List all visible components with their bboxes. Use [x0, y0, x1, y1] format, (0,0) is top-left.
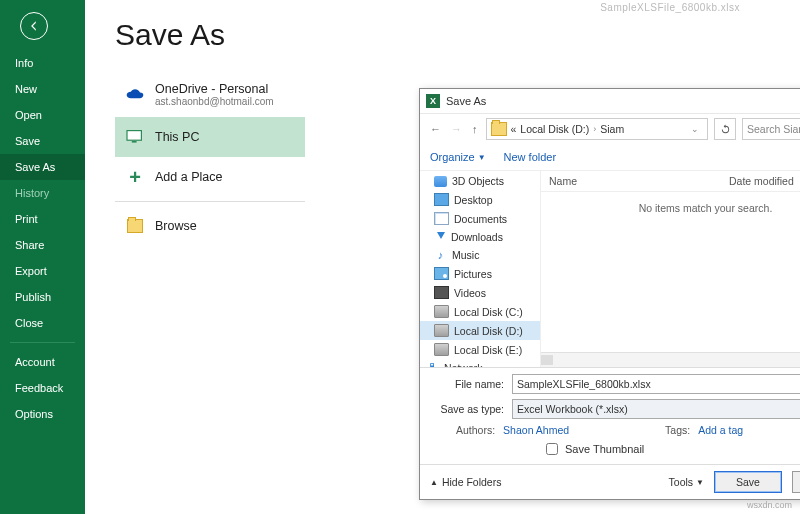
sidebar-item-save-as[interactable]: Save As [0, 154, 85, 180]
dialog-title: Save As [446, 95, 800, 107]
breadcrumb-bar[interactable]: « Local Disk (D:) › Siam ⌄ [486, 118, 709, 140]
page-title: Save As [115, 18, 800, 52]
tree-item[interactable]: 3D Objects [420, 172, 540, 190]
window-title-remnant: SampleXLSFile_6800kb.xlsx [600, 2, 740, 13]
hide-folders-button[interactable]: ▲ Hide Folders [430, 476, 501, 488]
authors-value[interactable]: Shaon Ahmed [503, 424, 569, 436]
organize-button[interactable]: Organize ▼ [430, 151, 486, 163]
sidebar-item-new[interactable]: New [0, 76, 85, 102]
sidebar-item-export[interactable]: Export [0, 258, 85, 284]
refresh-button[interactable] [714, 118, 736, 140]
tree-item[interactable]: Videos [420, 283, 540, 302]
tree-item[interactable]: Desktop [420, 190, 540, 209]
disk-icon [434, 324, 449, 337]
tags-value[interactable]: Add a tag [698, 424, 743, 436]
tree-item[interactable]: Local Disk (E:) [420, 340, 540, 359]
this-pc-label: This PC [155, 130, 199, 144]
sidebar-item-save[interactable]: Save [0, 128, 85, 154]
3d-icon [434, 176, 447, 187]
svg-rect-0 [127, 131, 141, 141]
breadcrumb-seg1[interactable]: Local Disk (D:) [520, 123, 589, 135]
breadcrumb-seg2[interactable]: Siam [600, 123, 624, 135]
arrow-left-icon [27, 19, 41, 33]
sidebar-item-feedback[interactable]: Feedback [0, 375, 85, 401]
tree-item-label: Desktop [454, 194, 493, 206]
column-headers[interactable]: Name Date modified Type [541, 171, 800, 192]
vid-icon [434, 286, 449, 299]
plus-icon: + [125, 167, 145, 187]
refresh-icon [720, 124, 731, 135]
col-date[interactable]: Date modified [729, 175, 800, 187]
sidebar-item-info[interactable]: Info [0, 50, 85, 76]
folder-tree[interactable]: 3D ObjectsDesktopDocumentsDownloads♪Musi… [420, 171, 541, 367]
sidebar-item-share[interactable]: Share [0, 232, 85, 258]
savetype-select[interactable]: Excel Workbook (*.xlsx) ⌄ [512, 399, 800, 419]
save-as-dialog: X Save As ← → ↑ « Local Disk (D:) › Siam… [419, 88, 800, 500]
folder-icon [125, 216, 145, 236]
nav-back-button[interactable]: ← [428, 121, 443, 137]
tree-item-label: Local Disk (C:) [454, 306, 523, 318]
sidebar-item-publish[interactable]: Publish [0, 284, 85, 310]
net-icon: 🖧 [426, 363, 439, 368]
sidebar-item-print[interactable]: Print [0, 206, 85, 232]
dialog-toolbar: Organize ▼ New folder ☷ ▼ ? [420, 144, 800, 171]
save-location-list: OneDrive - Personal ast.shaonbd@hotmail.… [115, 72, 305, 246]
tags-label: Tags: [665, 424, 690, 436]
onedrive-title: OneDrive - Personal [155, 82, 274, 96]
dl-icon [434, 232, 446, 243]
tree-item-label: Pictures [454, 268, 492, 280]
col-name[interactable]: Name [541, 175, 729, 187]
pic-icon [434, 267, 449, 280]
onedrive-sub: ast.shaonbd@hotmail.com [155, 96, 274, 107]
location-add-place[interactable]: + Add a Place [115, 157, 305, 197]
sidebar-item-options[interactable]: Options [0, 401, 85, 427]
filename-input[interactable]: SampleXLSFile_6800kb.xlsx ⌄ [512, 374, 800, 394]
filename-label: File name: [432, 378, 504, 390]
nav-up-button[interactable]: ↑ [470, 121, 480, 137]
dialog-footer: ▲ Hide Folders Tools ▼ Save Cancel [420, 464, 800, 499]
sidebar-item-open[interactable]: Open [0, 102, 85, 128]
browse-label: Browse [155, 219, 197, 233]
breadcrumb-dropdown[interactable]: ⌄ [687, 124, 703, 134]
svg-rect-1 [132, 141, 137, 143]
horizontal-scrollbar[interactable] [541, 352, 800, 367]
tree-item[interactable]: Pictures [420, 264, 540, 283]
location-onedrive[interactable]: OneDrive - Personal ast.shaonbd@hotmail.… [115, 72, 305, 117]
sidebar-item-account[interactable]: Account [0, 349, 85, 375]
nav-forward-button: → [449, 121, 464, 137]
main-pane: SampleXLSFile_6800kb.xlsx Save As OneDri… [85, 0, 800, 514]
sidebar-item-close[interactable]: Close [0, 310, 85, 336]
back-button[interactable] [20, 12, 48, 40]
tree-item-label: Downloads [451, 231, 503, 243]
tree-item[interactable]: Local Disk (D:) [420, 321, 540, 340]
save-thumbnail-label: Save Thumbnail [565, 443, 644, 455]
desktop-icon [434, 193, 449, 206]
filename-value: SampleXLSFile_6800kb.xlsx [517, 378, 651, 390]
tree-item-label: Local Disk (E:) [454, 344, 522, 356]
pc-icon [125, 127, 145, 147]
chevron-up-icon: ▲ [430, 478, 438, 487]
search-input[interactable]: Search Siam 🔍 [742, 118, 800, 140]
cancel-button[interactable]: Cancel [792, 471, 800, 493]
chevron-down-icon: ▼ [478, 153, 486, 162]
tree-item[interactable]: Documents [420, 209, 540, 228]
location-browse[interactable]: Browse [115, 206, 305, 246]
tree-item[interactable]: 🖧Network [420, 359, 540, 367]
onedrive-icon [125, 85, 145, 105]
chevron-right-icon: › [593, 124, 596, 134]
excel-icon: X [426, 94, 440, 108]
sidebar-separator [10, 342, 75, 343]
location-this-pc[interactable]: This PC [115, 117, 305, 157]
tree-item[interactable]: Local Disk (C:) [420, 302, 540, 321]
tools-menu[interactable]: Tools ▼ [669, 476, 704, 488]
chevron-down-icon: ▼ [696, 478, 704, 487]
tree-item-label: Videos [454, 287, 486, 299]
music-icon: ♪ [434, 250, 447, 261]
breadcrumb-folder-icon [491, 122, 507, 136]
tree-item[interactable]: Downloads [420, 228, 540, 246]
new-folder-button[interactable]: New folder [504, 151, 557, 163]
save-button[interactable]: Save [714, 471, 782, 493]
save-thumbnail-checkbox[interactable] [546, 443, 558, 455]
disk-icon [434, 305, 449, 318]
tree-item[interactable]: ♪Music [420, 246, 540, 264]
